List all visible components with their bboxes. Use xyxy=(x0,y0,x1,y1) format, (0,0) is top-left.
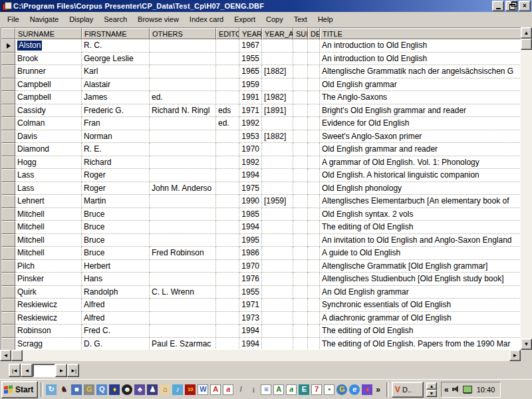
row-selector[interactable] xyxy=(1,221,15,234)
cell-editc[interactable] xyxy=(216,130,239,144)
cell-editc[interactable] xyxy=(216,91,239,104)
cell-title[interactable]: An Old English grammar xyxy=(320,286,521,299)
red-a-italic-doc-icon[interactable]: a xyxy=(223,384,233,395)
column-header-title[interactable]: TITLE xyxy=(320,28,521,39)
cell-others[interactable] xyxy=(150,78,216,92)
cell-de[interactable] xyxy=(308,312,320,325)
cell-year[interactable]: 1975 xyxy=(239,182,262,196)
cell-firstname[interactable]: Alfred xyxy=(82,299,150,312)
cell-surname[interactable]: Mitchell xyxy=(15,208,82,221)
table-row[interactable]: AlstonR. C.1967An introduction to Old En… xyxy=(1,39,521,53)
cell-others[interactable] xyxy=(150,325,216,338)
cell-title[interactable]: The editing of Old English xyxy=(320,325,521,338)
cell-others[interactable]: C. L. Wrenn xyxy=(150,286,216,299)
row-selector[interactable] xyxy=(1,78,15,92)
basket-icon[interactable]: ⌂ xyxy=(160,384,170,395)
cell-title[interactable]: Old English. A historical linguistic com… xyxy=(320,169,521,182)
search-doc-icon[interactable]: Q xyxy=(96,384,107,395)
cell-surname[interactable]: Scragg xyxy=(15,338,82,351)
cell-editc[interactable] xyxy=(216,286,239,299)
cell-sui[interactable] xyxy=(293,182,308,196)
cell-editc[interactable] xyxy=(216,338,239,351)
last-record-button[interactable]: ►| xyxy=(67,364,79,377)
cell-de[interactable] xyxy=(308,78,320,92)
cell-surname[interactable]: Mitchell xyxy=(15,221,82,234)
cell-surname[interactable]: Cassidy xyxy=(15,104,82,118)
cell-year_a[interactable] xyxy=(262,143,293,156)
cell-title[interactable]: Old English grammar and reader xyxy=(320,143,521,156)
scroll-right-button[interactable]: ► xyxy=(509,350,521,361)
row-selector[interactable] xyxy=(1,299,15,312)
cell-firstname[interactable]: R. E. xyxy=(82,143,150,156)
cell-de[interactable] xyxy=(308,65,320,78)
cell-title[interactable]: Old English syntax. 2 vols xyxy=(320,208,521,221)
cell-title[interactable]: Altenglische Grammatik nach der angelsäc… xyxy=(320,65,521,78)
cell-editc[interactable] xyxy=(216,325,239,338)
cell-sui[interactable] xyxy=(293,299,308,312)
menu-item-index-card[interactable]: Index card xyxy=(184,13,229,26)
cell-year[interactable]: 1959 xyxy=(239,78,262,92)
cell-year[interactable]: 1971 xyxy=(239,299,262,312)
cell-others[interactable] xyxy=(150,195,216,208)
cell-year_a[interactable] xyxy=(262,208,293,221)
cell-title[interactable]: An introduction to Old English xyxy=(320,53,521,66)
cell-firstname[interactable]: Frederic G. xyxy=(82,104,150,118)
cell-firstname[interactable]: Fred C. xyxy=(82,325,150,338)
scroll-up-button[interactable]: ▲ xyxy=(521,27,532,39)
shield-icon[interactable]: ♦ xyxy=(109,384,120,395)
menu-item-search[interactable]: Search xyxy=(98,13,132,26)
sync-icon[interactable]: ↻ xyxy=(46,384,57,395)
program-window-icon[interactable]: ▪ xyxy=(324,384,334,395)
row-selector[interactable] xyxy=(1,143,15,156)
table-row[interactable]: MitchellBruce1995An invitation to Old En… xyxy=(1,234,521,247)
cell-others[interactable] xyxy=(150,39,216,53)
cell-firstname[interactable]: Bruce xyxy=(82,234,150,247)
cell-year_a[interactable] xyxy=(262,286,293,299)
cell-year[interactable]: 1992 xyxy=(239,156,262,170)
menu-item-display[interactable]: Display xyxy=(64,13,98,26)
cell-de[interactable] xyxy=(308,208,320,221)
cell-firstname[interactable]: Bruce xyxy=(82,247,150,260)
cell-de[interactable] xyxy=(308,299,320,312)
calendar-icon[interactable]: 7 xyxy=(311,384,322,395)
cell-others[interactable] xyxy=(150,143,216,156)
feather-icon[interactable]: ♪ xyxy=(172,384,183,395)
cell-year[interactable]: 1973 xyxy=(239,312,262,325)
cell-sui[interactable] xyxy=(293,325,308,338)
word-icon[interactable]: W xyxy=(198,384,208,395)
cell-others[interactable]: Richard N. Ringl xyxy=(150,104,216,118)
cell-others[interactable]: Paul E. Szarmac xyxy=(150,338,216,351)
cell-surname[interactable]: Campbell xyxy=(15,78,82,92)
column-header-others[interactable]: OTHERS xyxy=(150,28,216,39)
cell-year[interactable]: 1991 xyxy=(239,91,262,104)
start-button[interactable]: Start xyxy=(1,381,38,398)
cell-year[interactable]: 1985 xyxy=(239,208,262,221)
table-row[interactable]: RobinsonFred C.1994The editing of Old En… xyxy=(1,325,521,338)
menu-item-help[interactable]: Help xyxy=(313,13,338,26)
minimize-button[interactable] xyxy=(492,1,504,11)
first-record-button[interactable]: |◄ xyxy=(9,364,21,377)
row-selector[interactable] xyxy=(1,91,15,104)
cell-sui[interactable] xyxy=(293,143,308,156)
row-selector[interactable] xyxy=(1,182,15,196)
cell-title[interactable]: An invitation to Old English and Anglo-S… xyxy=(320,234,521,247)
current-record-indicator[interactable] xyxy=(1,39,15,53)
cell-firstname[interactable]: Norman xyxy=(82,130,150,144)
row-selector[interactable] xyxy=(1,338,15,351)
cell-sui[interactable] xyxy=(293,286,308,299)
cell-de[interactable] xyxy=(308,143,320,156)
globe-icon[interactable]: G xyxy=(336,384,347,395)
cell-title[interactable]: Evidence for Old English xyxy=(320,117,521,130)
cell-firstname[interactable]: Randolph xyxy=(82,286,150,299)
cell-year[interactable]: 1986 xyxy=(239,247,262,260)
cell-title[interactable]: Altenglisches Elementarbuch [An elementa… xyxy=(320,195,521,208)
cell-others[interactable]: ed. xyxy=(150,91,216,104)
table-row[interactable]: MitchellBruceFred Robinson1986A guide to… xyxy=(1,247,521,260)
cell-surname[interactable]: Alston xyxy=(15,39,82,53)
cell-year[interactable]: 1994 xyxy=(239,221,262,234)
table-row[interactable]: BrunnerKarl1965[1882]Altenglische Gramma… xyxy=(1,65,521,78)
cell-others[interactable] xyxy=(150,234,216,247)
row-selector[interactable] xyxy=(1,260,15,273)
cell-de[interactable] xyxy=(308,182,320,196)
table-row[interactable]: ScraggD. G.Paul E. Szarmac1994The editin… xyxy=(1,338,521,351)
